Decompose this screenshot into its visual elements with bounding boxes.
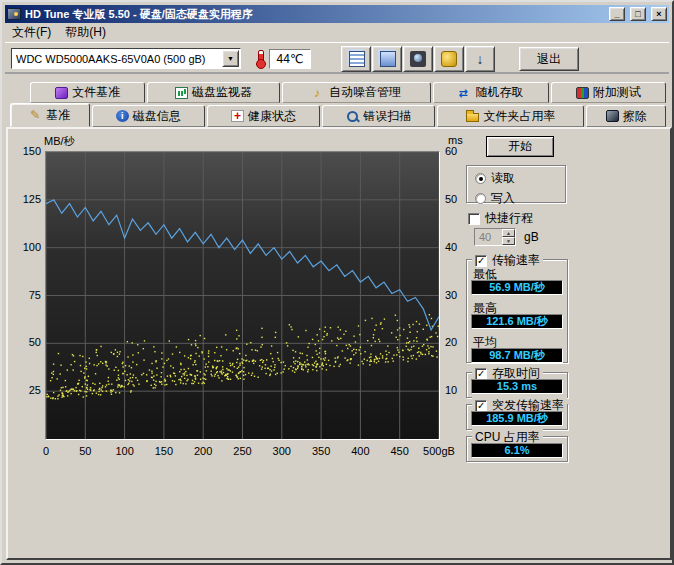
tab-label: 擦除 xyxy=(623,108,647,125)
results-panel: 开始 读取 写入 快捷行程 40 ▲ ▼ xyxy=(460,129,670,558)
benchmark-page: MB/秒 ms 15012510075502560504030201005010… xyxy=(6,127,672,560)
spinner-down-icon[interactable]: ▼ xyxy=(502,237,515,245)
x-axis-tick: 0 xyxy=(26,445,66,457)
tab-label: 基准 xyxy=(46,107,70,124)
short-stroke-box[interactable] xyxy=(468,213,480,225)
tab-label: 文件基准 xyxy=(72,84,120,101)
close-button[interactable]: × xyxy=(651,7,667,21)
tab-label: 附加测试 xyxy=(593,84,641,101)
tab-row-1: 文件基准磁盘监视器自动噪音管理随机存取附加测试 xyxy=(6,82,672,103)
x-axis-tick: 250 xyxy=(223,445,263,457)
copy-text-button[interactable] xyxy=(341,46,371,72)
y-axis-tick: 125 xyxy=(8,193,41,205)
tab-label: 健康状态 xyxy=(248,108,296,125)
tab-health[interactable]: 健康状态 xyxy=(207,105,320,127)
chevron-down-icon[interactable]: ▼ xyxy=(222,50,239,67)
camera-button[interactable] xyxy=(403,46,433,72)
tab-folder-usage[interactable]: 文件夹占用率 xyxy=(437,105,584,127)
tab-disk-info[interactable]: 磁盘信息 xyxy=(92,105,205,127)
menu-help[interactable]: 帮助(H) xyxy=(58,22,113,43)
transfer-rate-label: 传输速率 xyxy=(492,252,540,269)
acoustic-management-icon xyxy=(312,87,325,99)
read-radio-circle[interactable] xyxy=(475,173,486,184)
exit-button[interactable]: 退出 xyxy=(519,47,579,71)
short-stroke-label: 快捷行程 xyxy=(485,210,533,227)
short-stroke-spinner[interactable]: 40 ▲ ▼ xyxy=(474,228,516,246)
folder-usage-icon xyxy=(466,113,479,122)
title-bar[interactable]: HD Tune 专业版 5.50 - 硬盘/固态硬盘实用程序 _ □ × xyxy=(5,5,669,23)
x-axis-tick: 300 xyxy=(262,445,302,457)
x-axis-tick: 400 xyxy=(340,445,380,457)
mode-group: 读取 写入 xyxy=(466,165,566,203)
access-time-value: 15.3 ms xyxy=(471,379,563,394)
tab-row-2: 基准磁盘信息健康状态错误扫描文件夹占用率擦除 xyxy=(6,103,672,127)
tab-file-benchmark[interactable]: 文件基准 xyxy=(30,82,145,103)
file-benchmark-icon xyxy=(55,87,68,99)
drive-select[interactable]: WDC WD5000AAKS-65V0A0 (500 gB) ▼ xyxy=(11,48,241,69)
cpu-usage-value: 6.1% xyxy=(471,443,563,458)
app-icon xyxy=(7,8,21,20)
save-download-button[interactable] xyxy=(465,46,495,72)
copy-screenshot-icon xyxy=(380,51,396,67)
max-speed-value: 121.6 MB/秒 xyxy=(471,314,563,329)
plot-area xyxy=(45,151,440,440)
y-axis-tick: 50 xyxy=(8,336,41,348)
tab-error-scan[interactable]: 错误扫描 xyxy=(322,105,435,127)
tab-erase[interactable]: 擦除 xyxy=(586,105,666,127)
gb-unit-label: gB xyxy=(524,230,539,244)
avg-speed-value: 98.7 MB/秒 xyxy=(471,348,563,363)
benchmark-chart: MB/秒 ms 15012510075502560504030201005010… xyxy=(8,129,463,558)
error-scan-icon xyxy=(346,110,359,122)
read-radio-label: 读取 xyxy=(491,170,515,187)
save-download-icon xyxy=(472,51,488,67)
copy-screenshot-button[interactable] xyxy=(372,46,402,72)
access-time-group: 存取时间 15.3 ms xyxy=(466,372,568,398)
tab-disk-monitor[interactable]: 磁盘监视器 xyxy=(147,82,279,103)
write-radio[interactable]: 写入 xyxy=(475,190,565,207)
tab-extra-tests[interactable]: 附加测试 xyxy=(551,82,666,103)
min-speed-value: 56.9 MB/秒 xyxy=(471,280,563,295)
copy-text-icon xyxy=(349,51,365,67)
tab-acoustic-management[interactable]: 自动噪音管理 xyxy=(282,82,432,103)
x-axis-tick: 150 xyxy=(144,445,184,457)
tabs-area: 文件基准磁盘监视器自动噪音管理随机存取附加测试 基准磁盘信息健康状态错误扫描文件… xyxy=(6,82,672,127)
temperature-indicator: 44℃ xyxy=(255,49,311,69)
menu-file[interactable]: 文件(F) xyxy=(5,22,58,43)
tab-random-access[interactable]: 随机存取 xyxy=(433,82,548,103)
color-tools-button[interactable] xyxy=(434,46,464,72)
x-axis-tick: 350 xyxy=(301,445,341,457)
burst-rate-box[interactable] xyxy=(475,400,487,412)
app-window: HD Tune 专业版 5.50 - 硬盘/固态硬盘实用程序 _ □ × 文件(… xyxy=(0,0,674,565)
x-axis-tick: 50 xyxy=(65,445,105,457)
toolbar: WDC WD5000AAKS-65V0A0 (500 gB) ▼ 44℃ 退出 xyxy=(5,42,669,74)
write-radio-circle[interactable] xyxy=(475,193,486,204)
spinner-arrows: ▲ ▼ xyxy=(502,229,515,245)
short-stroke-value: 40 xyxy=(475,229,502,245)
x-axis-tick: 200 xyxy=(183,445,223,457)
read-radio[interactable]: 读取 xyxy=(475,170,565,187)
color-tools-icon xyxy=(441,51,457,67)
random-access-icon xyxy=(459,87,472,99)
short-stroke-checkbox[interactable]: 快捷行程 xyxy=(468,210,533,227)
tab-label: 文件夹占用率 xyxy=(483,108,555,125)
maximize-button[interactable]: □ xyxy=(630,7,646,21)
transfer-rate-group: 传输速率 最低 56.9 MB/秒 最高 121.6 MB/秒 平均 98.7 … xyxy=(466,259,568,363)
camera-icon xyxy=(410,51,426,67)
tab-label: 随机存取 xyxy=(476,84,524,101)
start-button[interactable]: 开始 xyxy=(486,136,554,157)
tab-benchmark[interactable]: 基准 xyxy=(10,103,90,127)
disk-info-icon xyxy=(116,110,129,122)
cpu-usage-group: CPU 占用率 6.1% xyxy=(466,436,568,462)
tab-label: 错误扫描 xyxy=(363,108,411,125)
spinner-up-icon[interactable]: ▲ xyxy=(502,229,515,237)
burst-rate-value: 185.9 MB/秒 xyxy=(471,411,563,426)
burst-rate-group: 突发传输速率 185.9 MB/秒 xyxy=(466,404,568,430)
thermometer-icon xyxy=(255,49,265,69)
x-axis-tick: 450 xyxy=(380,445,420,457)
access-time-box[interactable] xyxy=(475,368,487,380)
minimize-button[interactable]: _ xyxy=(609,7,625,21)
y-axis-tick: 150 xyxy=(8,145,41,157)
y-axis-tick: 100 xyxy=(8,241,41,253)
transfer-rate-box[interactable] xyxy=(475,255,487,267)
temperature-value: 44℃ xyxy=(269,49,311,69)
